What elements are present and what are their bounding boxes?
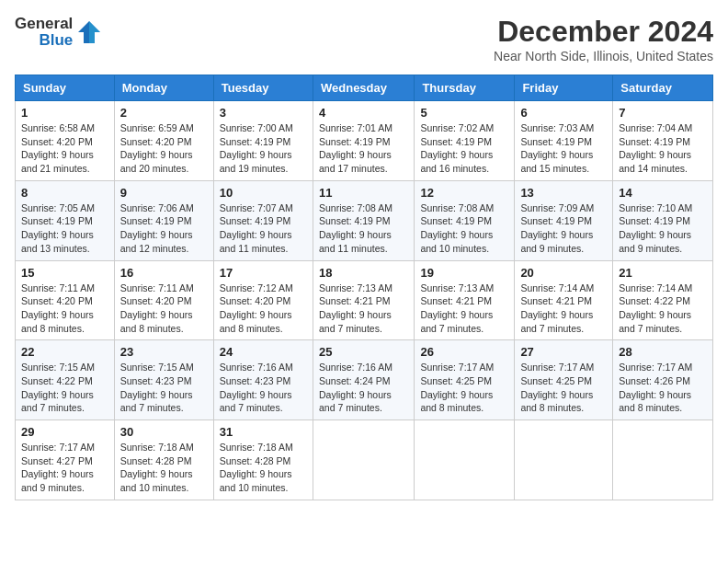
day-info: Sunrise: 7:11 AM Sunset: 4:20 PM Dayligh… xyxy=(120,282,208,336)
column-header-saturday: Saturday xyxy=(613,75,713,101)
day-number: 9 xyxy=(120,186,208,200)
calendar-cell: 8 Sunrise: 7:05 AM Sunset: 4:19 PM Dayli… xyxy=(16,180,115,260)
logo: General Blue xyxy=(15,15,102,50)
calendar-body: 1 Sunrise: 6:58 AM Sunset: 4:20 PM Dayli… xyxy=(16,101,713,500)
calendar-cell: 5 Sunrise: 7:02 AM Sunset: 4:19 PM Dayli… xyxy=(415,101,515,181)
calendar-week-3: 15 Sunrise: 7:11 AM Sunset: 4:20 PM Dayl… xyxy=(16,260,713,340)
calendar-cell: 16 Sunrise: 7:11 AM Sunset: 4:20 PM Dayl… xyxy=(114,260,213,340)
day-info: Sunrise: 7:11 AM Sunset: 4:20 PM Dayligh… xyxy=(21,282,108,336)
day-info: Sunrise: 7:17 AM Sunset: 4:25 PM Dayligh… xyxy=(520,361,607,415)
calendar-cell: 10 Sunrise: 7:07 AM Sunset: 4:19 PM Dayl… xyxy=(213,180,313,260)
calendar-cell: 3 Sunrise: 7:00 AM Sunset: 4:19 PM Dayli… xyxy=(213,101,313,181)
calendar-cell: 2 Sunrise: 6:59 AM Sunset: 4:20 PM Dayli… xyxy=(114,101,213,181)
calendar-cell: 6 Sunrise: 7:03 AM Sunset: 4:19 PM Dayli… xyxy=(515,101,613,181)
day-info: Sunrise: 7:10 AM Sunset: 4:19 PM Dayligh… xyxy=(619,201,707,256)
calendar-cell: 27 Sunrise: 7:17 AM Sunset: 4:25 PM Dayl… xyxy=(515,340,613,420)
calendar-cell: 15 Sunrise: 7:11 AM Sunset: 4:20 PM Dayl… xyxy=(16,260,115,340)
day-info: Sunrise: 7:17 AM Sunset: 4:27 PM Dayligh… xyxy=(21,441,108,495)
logo-general: General xyxy=(15,15,73,33)
calendar-cell: 20 Sunrise: 7:14 AM Sunset: 4:21 PM Dayl… xyxy=(515,260,613,340)
day-number: 14 xyxy=(619,186,707,200)
day-number: 22 xyxy=(21,345,108,359)
day-info: Sunrise: 7:15 AM Sunset: 4:22 PM Dayligh… xyxy=(21,361,108,415)
day-info: Sunrise: 6:58 AM Sunset: 4:20 PM Dayligh… xyxy=(21,121,108,176)
logo-icon xyxy=(76,19,102,45)
day-number: 2 xyxy=(120,106,208,120)
day-info: Sunrise: 7:08 AM Sunset: 4:19 PM Dayligh… xyxy=(420,201,508,256)
location-subtitle: Near North Side, Illinois, United States xyxy=(494,49,713,63)
day-info: Sunrise: 7:13 AM Sunset: 4:21 PM Dayligh… xyxy=(319,282,408,336)
calendar-cell: 22 Sunrise: 7:15 AM Sunset: 4:22 PM Dayl… xyxy=(16,340,115,420)
calendar-week-1: 1 Sunrise: 6:58 AM Sunset: 4:20 PM Dayli… xyxy=(16,101,713,181)
calendar-header-row: SundayMondayTuesdayWednesdayThursdayFrid… xyxy=(16,75,713,101)
day-number: 23 xyxy=(120,345,208,359)
month-title: December 2024 xyxy=(494,15,713,49)
calendar-week-2: 8 Sunrise: 7:05 AM Sunset: 4:19 PM Dayli… xyxy=(16,180,713,260)
calendar-cell: 11 Sunrise: 7:08 AM Sunset: 4:19 PM Dayl… xyxy=(313,180,414,260)
calendar-cell: 26 Sunrise: 7:17 AM Sunset: 4:25 PM Dayl… xyxy=(415,340,515,420)
day-number: 15 xyxy=(21,266,108,280)
calendar-cell: 23 Sunrise: 7:15 AM Sunset: 4:23 PM Dayl… xyxy=(114,340,213,420)
calendar-cell xyxy=(313,420,414,500)
column-header-wednesday: Wednesday xyxy=(313,75,414,101)
column-header-monday: Monday xyxy=(114,75,213,101)
day-info: Sunrise: 7:18 AM Sunset: 4:28 PM Dayligh… xyxy=(120,441,208,495)
day-number: 6 xyxy=(520,106,607,120)
day-number: 16 xyxy=(120,266,208,280)
day-info: Sunrise: 7:13 AM Sunset: 4:21 PM Dayligh… xyxy=(420,282,508,336)
logo-blue: Blue xyxy=(39,31,73,50)
calendar-cell: 19 Sunrise: 7:13 AM Sunset: 4:21 PM Dayl… xyxy=(415,260,515,340)
column-header-sunday: Sunday xyxy=(16,75,115,101)
day-number: 7 xyxy=(619,106,707,120)
day-info: Sunrise: 7:00 AM Sunset: 4:19 PM Dayligh… xyxy=(220,121,307,176)
header: General Blue December 2024 Near North Si… xyxy=(15,15,713,63)
calendar-cell: 29 Sunrise: 7:17 AM Sunset: 4:27 PM Dayl… xyxy=(16,420,115,500)
calendar-cell: 4 Sunrise: 7:01 AM Sunset: 4:19 PM Dayli… xyxy=(313,101,414,181)
day-number: 24 xyxy=(220,345,307,359)
calendar-cell xyxy=(415,420,515,500)
day-info: Sunrise: 7:16 AM Sunset: 4:23 PM Dayligh… xyxy=(220,361,307,415)
day-number: 28 xyxy=(619,345,707,359)
day-info: Sunrise: 7:03 AM Sunset: 4:19 PM Dayligh… xyxy=(520,121,607,176)
day-number: 21 xyxy=(619,266,707,280)
day-number: 17 xyxy=(220,266,307,280)
day-info: Sunrise: 7:04 AM Sunset: 4:19 PM Dayligh… xyxy=(619,121,707,176)
day-number: 1 xyxy=(21,106,108,120)
calendar-week-4: 22 Sunrise: 7:15 AM Sunset: 4:22 PM Dayl… xyxy=(16,340,713,420)
calendar-cell: 30 Sunrise: 7:18 AM Sunset: 4:28 PM Dayl… xyxy=(114,420,213,500)
svg-marker-1 xyxy=(89,21,100,43)
calendar-cell: 31 Sunrise: 7:18 AM Sunset: 4:28 PM Dayl… xyxy=(213,420,313,500)
day-number: 3 xyxy=(220,106,307,120)
day-info: Sunrise: 7:14 AM Sunset: 4:22 PM Dayligh… xyxy=(619,282,707,336)
calendar-cell: 25 Sunrise: 7:16 AM Sunset: 4:24 PM Dayl… xyxy=(313,340,414,420)
calendar-week-5: 29 Sunrise: 7:17 AM Sunset: 4:27 PM Dayl… xyxy=(16,420,713,500)
day-number: 20 xyxy=(520,266,607,280)
day-info: Sunrise: 7:15 AM Sunset: 4:23 PM Dayligh… xyxy=(120,361,208,415)
day-number: 10 xyxy=(220,186,307,200)
day-number: 26 xyxy=(420,345,508,359)
day-number: 19 xyxy=(420,266,508,280)
day-number: 12 xyxy=(420,186,508,200)
calendar-table: SundayMondayTuesdayWednesdayThursdayFrid… xyxy=(15,75,713,500)
calendar-cell xyxy=(515,420,613,500)
day-number: 11 xyxy=(319,186,408,200)
column-header-thursday: Thursday xyxy=(415,75,515,101)
day-info: Sunrise: 7:02 AM Sunset: 4:19 PM Dayligh… xyxy=(420,121,508,176)
day-number: 27 xyxy=(520,345,607,359)
title-area: December 2024 Near North Side, Illinois,… xyxy=(494,15,713,63)
day-info: Sunrise: 7:06 AM Sunset: 4:19 PM Dayligh… xyxy=(120,201,208,256)
day-info: Sunrise: 7:17 AM Sunset: 4:25 PM Dayligh… xyxy=(420,361,508,415)
day-info: Sunrise: 6:59 AM Sunset: 4:20 PM Dayligh… xyxy=(120,121,208,176)
day-info: Sunrise: 7:05 AM Sunset: 4:19 PM Dayligh… xyxy=(21,201,108,256)
day-info: Sunrise: 7:08 AM Sunset: 4:19 PM Dayligh… xyxy=(319,201,408,256)
day-info: Sunrise: 7:01 AM Sunset: 4:19 PM Dayligh… xyxy=(319,121,408,176)
day-number: 4 xyxy=(319,106,408,120)
day-info: Sunrise: 7:17 AM Sunset: 4:26 PM Dayligh… xyxy=(619,361,707,415)
day-info: Sunrise: 7:09 AM Sunset: 4:19 PM Dayligh… xyxy=(520,201,607,256)
day-info: Sunrise: 7:12 AM Sunset: 4:20 PM Dayligh… xyxy=(220,282,307,336)
calendar-cell: 12 Sunrise: 7:08 AM Sunset: 4:19 PM Dayl… xyxy=(415,180,515,260)
day-info: Sunrise: 7:16 AM Sunset: 4:24 PM Dayligh… xyxy=(319,361,408,415)
calendar-cell: 28 Sunrise: 7:17 AM Sunset: 4:26 PM Dayl… xyxy=(613,340,713,420)
day-number: 25 xyxy=(319,345,408,359)
day-number: 18 xyxy=(319,266,408,280)
